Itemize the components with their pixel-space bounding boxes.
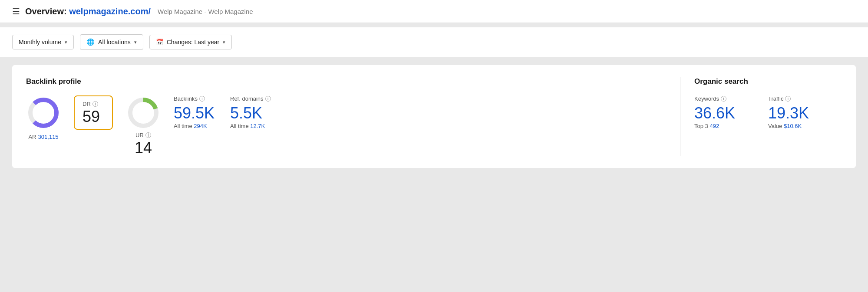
ref-domains-info-icon[interactable]: i (265, 96, 271, 102)
globe-icon: 🌐 (86, 38, 95, 46)
traffic-sub: Value $10.6K (768, 123, 812, 129)
changes-dropdown[interactable]: 📅 Changes: Last year ▾ (149, 35, 232, 49)
toolbar: Monthly volume ▾ 🌐 All locations ▾ 📅 Cha… (0, 27, 868, 57)
ur-container: UR i 14 (126, 95, 161, 156)
all-locations-dropdown[interactable]: 🌐 All locations ▾ (80, 34, 143, 50)
backlink-profile-title: Backlink profile (26, 77, 666, 86)
overview-card: Backlink profile AR 301,115 (12, 65, 856, 168)
ref-domains-sub: All time 12.7K (230, 123, 274, 129)
organic-search-title: Organic search (694, 77, 842, 86)
backlinks-value[interactable]: 59.5K (174, 105, 217, 121)
dr-donut-chart (26, 95, 61, 130)
backlinks-metric: Backlinks i 59.5K All time 294K (174, 95, 217, 129)
traffic-sub-value[interactable]: $10.6K (784, 123, 802, 129)
backlinks-info-icon[interactable]: i (199, 96, 205, 102)
traffic-metric: Traffic i 19.3K Value $10.6K (768, 95, 812, 129)
ref-domains-label: Ref. domains i (230, 95, 274, 102)
monthly-volume-dropdown[interactable]: Monthly volume ▾ (12, 35, 74, 49)
backlinks-sub-value[interactable]: 294K (194, 123, 207, 129)
page-title: Overview: welpmagazine.com/ (25, 7, 151, 16)
traffic-label: Traffic i (768, 95, 812, 102)
ref-domains-value[interactable]: 5.5K (230, 105, 274, 121)
chevron-down-icon: ▾ (65, 39, 67, 45)
backlinks-sub: All time 294K (174, 123, 217, 129)
ar-label-row: AR 301,115 (28, 133, 58, 140)
monthly-volume-label: Monthly volume (19, 39, 61, 46)
header: ☰ Overview: welpmagazine.com/ Welp Magaz… (0, 0, 868, 23)
changes-label: Changes: Last year (167, 39, 219, 46)
ur-label: UR i (135, 132, 151, 138)
dr-donut-container: AR 301,115 (26, 95, 61, 140)
keywords-value[interactable]: 36.6K (694, 105, 738, 121)
traffic-value[interactable]: 19.3K (768, 105, 812, 121)
backlink-metrics-row: AR 301,115 DR i 59 (26, 95, 666, 156)
header-subtitle: Welp Magazine - Welp Magazine (158, 8, 253, 15)
section-divider (680, 77, 680, 156)
ar-label: AR (28, 134, 36, 140)
backlink-profile-section: Backlink profile AR 301,115 (26, 77, 666, 156)
ur-donut-chart (126, 95, 161, 130)
calendar-icon: 📅 (156, 39, 163, 46)
title-prefix: Overview: (25, 7, 69, 16)
ref-domains-sub-value[interactable]: 12.7K (250, 123, 265, 129)
backlinks-label: Backlinks i (174, 95, 217, 102)
ref-domains-metric: Ref. domains i 5.5K All time 12.7K (230, 95, 274, 129)
ur-info-icon[interactable]: i (145, 132, 151, 138)
ur-value: 14 (135, 140, 152, 156)
keywords-sub: Top 3 492 (694, 123, 738, 129)
organic-search-section: Organic search Keywords i 36.6K Top 3 49… (694, 77, 842, 129)
traffic-info-icon[interactable]: i (785, 96, 791, 102)
chevron-down-icon-3: ▾ (223, 39, 225, 45)
organic-metrics-row: Keywords i 36.6K Top 3 492 Traffic i (694, 95, 842, 129)
keywords-info-icon[interactable]: i (721, 96, 726, 102)
ar-value[interactable]: 301,115 (38, 134, 59, 140)
chevron-down-icon-2: ▾ (134, 39, 137, 45)
all-locations-label: All locations (98, 39, 131, 46)
dr-metric-box: DR i 59 (74, 95, 113, 130)
dr-value: 59 (83, 109, 100, 125)
title-link[interactable]: welpmagazine.com/ (69, 7, 151, 16)
keywords-metric: Keywords i 36.6K Top 3 492 (694, 95, 738, 129)
main-content: Backlink profile AR 301,115 (0, 57, 868, 176)
dr-info-icon[interactable]: i (92, 101, 98, 107)
keywords-sub-value[interactable]: 492 (710, 123, 719, 129)
menu-icon[interactable]: ☰ (12, 6, 20, 16)
dr-label: DR i (83, 101, 98, 107)
keywords-label: Keywords i (694, 95, 738, 102)
